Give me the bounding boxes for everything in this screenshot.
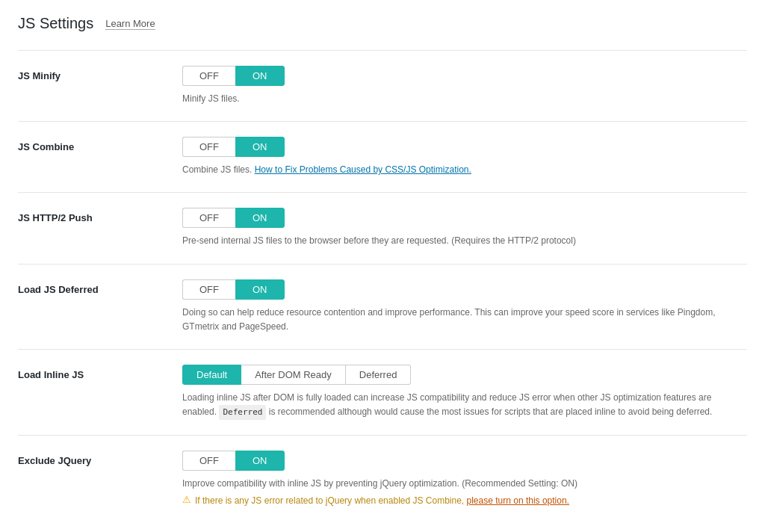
js-http2-description: Pre-send internal JS files to the browse… [182, 234, 747, 248]
exclude-jquery-row: Exclude JQuery OFF ON Improve compatibil… [18, 435, 747, 522]
js-http2-control: OFF ON Pre-send internal JS files to the… [182, 208, 747, 248]
warning-icon: ⚠ [182, 494, 191, 505]
js-http2-toggle-group: OFF ON [182, 208, 747, 228]
js-http2-on-button[interactable]: ON [235, 208, 285, 228]
exclude-jquery-control: OFF ON Improve compatibility with inline… [182, 451, 747, 507]
js-minify-on-button[interactable]: ON [235, 66, 285, 86]
load-inline-js-deferred-button[interactable]: Deferred [346, 365, 412, 385]
load-inline-js-row: Load Inline JS Default After DOM Ready D… [18, 349, 747, 435]
load-inline-js-description: Loading inline JS after DOM is fully loa… [182, 391, 747, 420]
warning-link[interactable]: please turn on this option. [467, 495, 569, 506]
js-combine-label: JS Combine [18, 137, 182, 152]
exclude-jquery-toggle-group: OFF ON [182, 451, 747, 471]
load-inline-js-control: Default After DOM Ready Deferred Loading… [182, 365, 747, 420]
exclude-jquery-warning: ⚠ If there is any JS error related to jQ… [182, 494, 747, 507]
js-minify-label: JS Minify [18, 66, 182, 81]
load-js-deferred-control: OFF ON Doing so can help reduce resource… [182, 279, 747, 334]
load-js-deferred-toggle-group: OFF ON [182, 279, 747, 300]
load-inline-js-label: Load Inline JS [18, 365, 182, 380]
load-js-deferred-description: Doing so can help reduce resource conten… [182, 306, 747, 334]
exclude-jquery-description: Improve compatibility with inline JS by … [182, 477, 747, 491]
learn-more-link[interactable]: Learn More [105, 18, 155, 30]
js-combine-row: JS Combine OFF ON Combine JS files. How … [18, 121, 747, 192]
load-js-deferred-on-button[interactable]: ON [235, 279, 285, 300]
js-http2-label: JS HTTP/2 Push [18, 208, 182, 223]
js-combine-toggle-group: OFF ON [182, 137, 747, 157]
js-combine-description: Combine JS files. How to Fix Problems Ca… [182, 163, 747, 177]
js-http2-off-button[interactable]: OFF [182, 208, 235, 228]
js-minify-row: JS Minify OFF ON Minify JS files. [18, 50, 747, 121]
js-combine-control: OFF ON Combine JS files. How to Fix Prob… [182, 137, 747, 177]
load-js-deferred-row: Load JS Deferred OFF ON Doing so can hel… [18, 264, 747, 349]
exclude-jquery-off-button[interactable]: OFF [182, 451, 235, 471]
js-combine-off-button[interactable]: OFF [182, 137, 235, 157]
js-http2-row: JS HTTP/2 Push OFF ON Pre-send internal … [18, 192, 747, 263]
deferred-badge: Deferred [219, 405, 266, 420]
load-inline-js-toggle-group: Default After DOM Ready Deferred [182, 365, 747, 385]
page-title: JS Settings [18, 15, 93, 32]
load-js-deferred-label: Load JS Deferred [18, 279, 182, 295]
load-inline-js-default-button[interactable]: Default [182, 365, 241, 385]
warning-message: If there is any JS error related to jQue… [195, 494, 569, 507]
load-inline-js-afterdom-button[interactable]: After DOM Ready [241, 365, 346, 385]
js-minify-description: Minify JS files. [182, 92, 747, 106]
exclude-jquery-on-button[interactable]: ON [235, 451, 285, 471]
js-minify-off-button[interactable]: OFF [182, 66, 235, 86]
js-combine-on-button[interactable]: ON [235, 137, 285, 157]
load-js-deferred-off-button[interactable]: OFF [182, 279, 235, 300]
page-header: JS Settings Learn More [18, 15, 747, 32]
js-combine-help-link[interactable]: How to Fix Problems Caused by CSS/JS Opt… [255, 164, 471, 175]
js-minify-toggle-group: OFF ON [182, 66, 747, 86]
exclude-jquery-label: Exclude JQuery [18, 451, 182, 466]
js-minify-control: OFF ON Minify JS files. [182, 66, 747, 106]
